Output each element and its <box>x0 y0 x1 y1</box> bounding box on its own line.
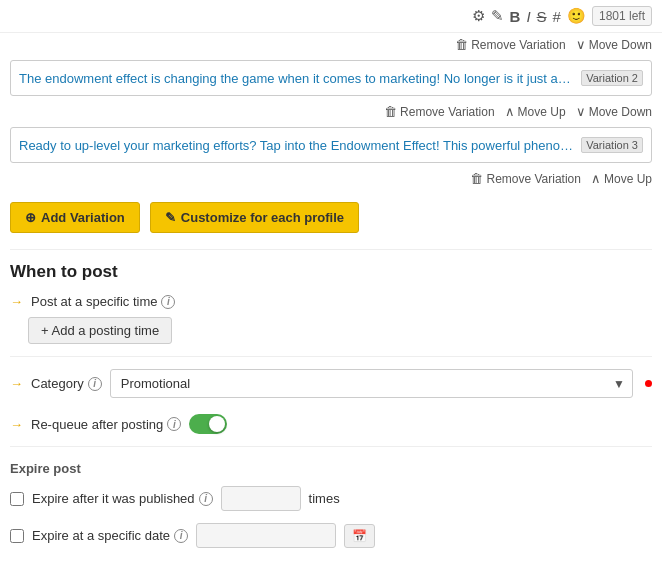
add-variation-button[interactable]: ⊕ Add Variation <box>10 202 140 233</box>
calendar-button[interactable]: 📅 <box>344 524 375 548</box>
variation3-box[interactable]: Ready to up-level your marketing efforts… <box>10 127 652 163</box>
variation3-actions: 🗑 Remove Variation ∧ Move Up <box>0 167 662 190</box>
expire-published-info-icon[interactable]: i <box>199 492 213 506</box>
remove-variation3-button[interactable]: 🗑 Remove Variation <box>470 171 581 186</box>
category-row: → Category i Promotional ▼ <box>0 361 662 406</box>
hash-icon[interactable]: # <box>553 8 561 25</box>
variation2-box[interactable]: The endowment effect is changing the gam… <box>10 60 652 96</box>
arrow-icon: → <box>10 417 23 432</box>
chevron-up-icon: ∧ <box>505 104 515 119</box>
calendar-icon: 📅 <box>352 529 367 543</box>
add-customize-row: ⊕ Add Variation ✎ Customize for each pro… <box>0 190 662 245</box>
post-time-label: Post at a specific time i <box>31 294 175 309</box>
expire-published-row: Expire after it was published i times <box>10 480 652 517</box>
divider1 <box>10 249 652 250</box>
required-dot <box>645 380 652 387</box>
remove-variation2-button[interactable]: 🗑 Remove Variation <box>384 104 495 119</box>
gear-icon[interactable]: ⚙ <box>472 7 485 25</box>
expire-published-checkbox[interactable] <box>10 492 24 506</box>
category-select-wrapper: Promotional ▼ <box>110 369 633 398</box>
expire-date-input[interactable] <box>196 523 336 548</box>
move-down-variation1-button[interactable]: ∨ Move Down <box>576 37 652 52</box>
divider2 <box>10 356 652 357</box>
category-select[interactable]: Promotional <box>110 369 633 398</box>
variation3-badge: Variation 3 <box>581 137 643 153</box>
pencil-icon[interactable]: ✎ <box>491 7 504 25</box>
expire-times-input[interactable] <box>221 486 301 511</box>
category-label: Category i <box>31 376 102 391</box>
move-down-variation2-button[interactable]: ∨ Move Down <box>576 104 652 119</box>
expire-date-label: Expire at a specific date i <box>32 528 188 543</box>
variation1-actions: 🗑 Remove Variation ∨ Move Down <box>0 33 662 56</box>
chevron-down-icon: ∨ <box>576 104 586 119</box>
arrow-icon: → <box>10 376 23 391</box>
add-posting-time-button[interactable]: + Add a posting time <box>28 317 172 344</box>
expire-date-checkbox[interactable] <box>10 529 24 543</box>
trash-icon: 🗑 <box>470 171 483 186</box>
requeue-label: Re-queue after posting i <box>31 417 181 432</box>
expire-title: Expire post <box>10 457 652 480</box>
chevron-down-icon: ∨ <box>576 37 586 52</box>
toolbar: ⚙ ✎ B I S # 🙂 1801 left <box>0 0 662 33</box>
bold-icon[interactable]: B <box>510 8 521 25</box>
category-info-icon[interactable]: i <box>88 377 102 391</box>
move-up-variation3-button[interactable]: ∧ Move Up <box>591 171 652 186</box>
variation3-text: Ready to up-level your marketing efforts… <box>19 138 575 153</box>
variation2-actions: 🗑 Remove Variation ∧ Move Up ∨ Move Down <box>0 100 662 123</box>
requeue-toggle[interactable] <box>189 414 227 434</box>
expire-date-info-icon[interactable]: i <box>174 529 188 543</box>
customize-button[interactable]: ✎ Customize for each profile <box>150 202 359 233</box>
variation2-text: The endowment effect is changing the gam… <box>19 71 575 86</box>
variation2-badge: Variation 2 <box>581 70 643 86</box>
expire-date-row: Expire at a specific date i 📅 <box>10 517 652 554</box>
strikethrough-icon[interactable]: S <box>537 8 547 25</box>
when-to-post-title: When to post <box>0 254 662 286</box>
expire-published-label: Expire after it was published i <box>32 491 213 506</box>
requeue-row: → Re-queue after posting i <box>0 406 662 442</box>
divider3 <box>10 446 652 447</box>
post-time-row: → Post at a specific time i <box>0 286 662 317</box>
char-count: 1801 left <box>592 6 652 26</box>
expire-section: Expire post Expire after it was publishe… <box>0 451 662 558</box>
arrow-icon: → <box>10 294 23 309</box>
times-label: times <box>309 491 340 506</box>
chevron-up-icon: ∧ <box>591 171 601 186</box>
italic-icon[interactable]: I <box>526 8 530 25</box>
requeue-info-icon[interactable]: i <box>167 417 181 431</box>
move-up-variation2-button[interactable]: ∧ Move Up <box>505 104 566 119</box>
emoji-icon[interactable]: 🙂 <box>567 7 586 25</box>
trash-icon: 🗑 <box>384 104 397 119</box>
post-time-info-icon[interactable]: i <box>161 295 175 309</box>
plus-icon: ⊕ <box>25 210 36 225</box>
remove-variation1-button[interactable]: 🗑 Remove Variation <box>455 37 566 52</box>
pencil-icon: ✎ <box>165 210 176 225</box>
trash-icon: 🗑 <box>455 37 468 52</box>
